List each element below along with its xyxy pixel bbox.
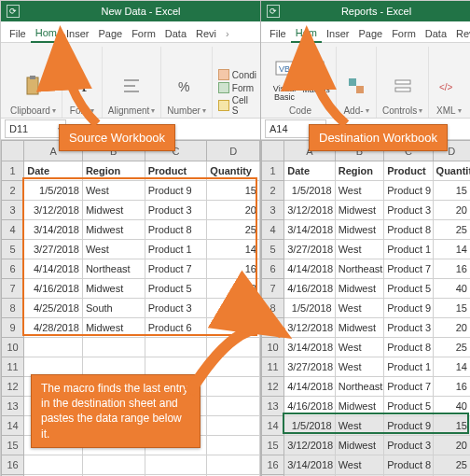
ribbon-group-code[interactable]: VB Visual Basic Macros Code bbox=[265, 47, 337, 118]
ribbon-tab-form[interactable]: Form bbox=[127, 28, 160, 42]
ribbon-tabs[interactable]: FileHomInserPageFormDataRev› bbox=[261, 21, 470, 43]
macros-icon[interactable] bbox=[302, 53, 330, 85]
callout-explain: The macro finds the last entry in the de… bbox=[31, 374, 200, 448]
window-title: New Data - Excel bbox=[27, 6, 255, 17]
svg-rect-11 bbox=[311, 68, 321, 70]
grid[interactable]: ABCD1DateRegionProductQuantity21/5/2018W… bbox=[261, 140, 470, 476]
svg-rect-14 bbox=[395, 80, 410, 84]
ribbon-group-xml[interactable]: </> XML▾ bbox=[429, 47, 468, 118]
ribbon-group-styles[interactable]: Condi Form Cell S bbox=[213, 47, 262, 118]
ribbon-group-addins[interactable]: Add-▾ bbox=[337, 47, 377, 118]
font-icon[interactable]: A bbox=[68, 70, 96, 102]
svg-text:A: A bbox=[75, 77, 87, 95]
ribbon: VB Visual Basic Macros Code Add-▾ Contro… bbox=[261, 43, 470, 119]
window-titlebar: ⟳ Reports - Excel bbox=[261, 1, 470, 21]
visual-basic-icon[interactable]: VB bbox=[270, 53, 298, 85]
destination-workbook-pane: ⟳ Reports - Excel FileHomInserPageFormDa… bbox=[261, 1, 470, 476]
svg-text:VB: VB bbox=[279, 64, 290, 74]
svg-text:%: % bbox=[178, 79, 189, 94]
svg-rect-13 bbox=[356, 86, 364, 93]
ribbon: Clipboard▾ A Font▾ Alignment▾ % Number▾ … bbox=[1, 43, 260, 119]
ribbon-group-number[interactable]: % Number▾ bbox=[161, 47, 213, 118]
ribbon-group-clipboard[interactable]: Clipboard▾ bbox=[5, 47, 62, 118]
ribbon-tabs[interactable]: FileHomInserPageFormDataRevi› bbox=[1, 21, 260, 43]
alignment-icon[interactable] bbox=[118, 70, 145, 102]
ribbon-tab-›[interactable]: › bbox=[221, 28, 234, 42]
callout-source: Source Workbook bbox=[59, 124, 175, 151]
col-header[interactable]: D bbox=[207, 141, 260, 161]
paste-icon[interactable] bbox=[19, 70, 47, 102]
name-box[interactable]: D11▾ bbox=[5, 119, 66, 138]
svg-rect-10 bbox=[311, 64, 321, 66]
controls-icon[interactable] bbox=[389, 70, 417, 102]
ribbon-tab-page[interactable]: Page bbox=[93, 28, 127, 42]
ribbon-tab-data[interactable]: Data bbox=[421, 28, 451, 42]
ribbon-tab-revi[interactable]: Revi bbox=[191, 28, 221, 42]
xml-icon[interactable]: </> bbox=[435, 70, 463, 102]
ribbon-tab-inser[interactable]: Inser bbox=[62, 28, 93, 42]
ribbon-group-font[interactable]: A Font▾ bbox=[62, 47, 103, 118]
addins-icon[interactable] bbox=[342, 70, 370, 102]
ribbon-tab-file[interactable]: File bbox=[5, 28, 31, 42]
ribbon-tab-hom[interactable]: Hom bbox=[31, 27, 62, 43]
autosave-icon: ⟳ bbox=[267, 5, 280, 18]
svg-rect-0 bbox=[27, 77, 38, 94]
callout-dest: Destination Workbook bbox=[309, 124, 448, 151]
ribbon-tab-page[interactable]: Page bbox=[353, 28, 387, 42]
ribbon-tab-hom[interactable]: Hom bbox=[291, 27, 322, 43]
ribbon-tab-rev[interactable]: Rev bbox=[451, 28, 470, 42]
svg-rect-1 bbox=[30, 76, 35, 79]
ribbon-tab-inser[interactable]: Inser bbox=[322, 28, 353, 42]
window-titlebar: ⟳ New Data - Excel bbox=[1, 1, 260, 21]
svg-rect-12 bbox=[349, 78, 356, 86]
ribbon-tab-file[interactable]: File bbox=[265, 28, 291, 42]
ribbon-tab-data[interactable]: Data bbox=[160, 28, 191, 42]
autosave-icon: ⟳ bbox=[7, 5, 20, 18]
svg-text:</>: </> bbox=[439, 82, 453, 92]
svg-rect-15 bbox=[395, 88, 410, 91]
number-icon[interactable]: % bbox=[173, 70, 200, 102]
ribbon-tab-form[interactable]: Form bbox=[387, 28, 421, 42]
ribbon-group-controls[interactable]: Controls▾ bbox=[377, 47, 429, 118]
window-title: Reports - Excel bbox=[287, 6, 465, 17]
ribbon-group-alignment[interactable]: Alignment▾ bbox=[103, 47, 161, 118]
